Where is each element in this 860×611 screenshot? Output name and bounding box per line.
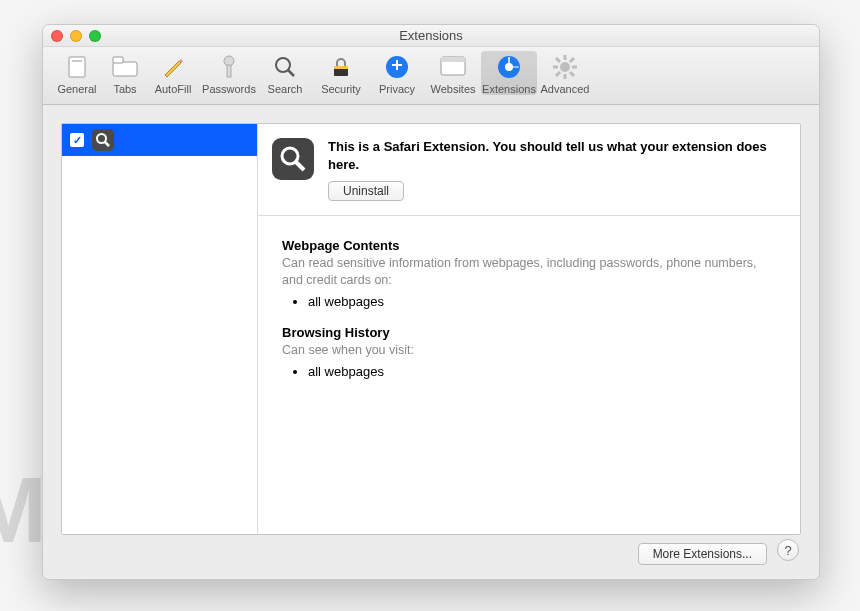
svg-line-27	[105, 142, 109, 146]
tab-security[interactable]: Security	[313, 51, 369, 95]
svg-point-28	[282, 148, 298, 164]
tab-label: Tabs	[105, 83, 145, 95]
extension-row[interactable]: ✓	[62, 124, 257, 156]
tab-search[interactable]: Search	[257, 51, 313, 95]
tab-extensions[interactable]: Extensions	[481, 51, 537, 95]
browsing-history-text: Can see when you visit:	[282, 342, 776, 359]
tab-label: Websites	[425, 83, 481, 95]
tab-label: Security	[313, 83, 369, 95]
browsing-history-heading: Browsing History	[282, 325, 776, 340]
tab-passwords[interactable]: Passwords	[201, 51, 257, 95]
svg-line-29	[296, 162, 304, 170]
preferences-window: Extensions General Tabs AutoFill Passwor…	[42, 24, 820, 580]
tabs-icon	[110, 53, 140, 81]
websites-icon	[438, 53, 468, 81]
permissions-section: Webpage Contents Can read sensitive info…	[258, 216, 800, 417]
svg-rect-1	[72, 60, 82, 62]
extensions-panel: ✓ This is a Safari Extension. You should…	[61, 123, 801, 535]
content-area: ✓ This is a Safari Extension. You should…	[43, 105, 819, 579]
tab-label: General	[49, 83, 105, 95]
tab-label: Passwords	[201, 83, 257, 95]
extensions-list: ✓	[62, 124, 258, 534]
minimize-icon[interactable]	[70, 30, 82, 42]
tab-label: Advanced	[537, 83, 593, 95]
tab-tabs[interactable]: Tabs	[105, 51, 145, 95]
tab-label: Search	[257, 83, 313, 95]
svg-line-22	[556, 58, 560, 62]
more-extensions-button[interactable]: More Extensions...	[638, 543, 767, 565]
close-icon[interactable]	[51, 30, 63, 42]
window-title: Extensions	[399, 28, 463, 43]
zoom-icon[interactable]	[89, 30, 101, 42]
detail-header: This is a Safari Extension. You should t…	[258, 124, 800, 216]
webpage-contents-text: Can read sensitive information from webp…	[282, 255, 776, 289]
lock-icon	[326, 53, 356, 81]
svg-rect-5	[227, 65, 231, 77]
extension-description: This is a Safari Extension. You should t…	[328, 138, 786, 173]
titlebar: Extensions	[43, 25, 819, 47]
svg-rect-9	[334, 66, 348, 69]
tab-general[interactable]: General	[49, 51, 105, 95]
svg-line-7	[288, 70, 294, 76]
svg-point-6	[276, 58, 290, 72]
webpage-contents-item: all webpages	[308, 293, 776, 311]
window-controls	[51, 30, 101, 42]
extension-large-icon	[272, 138, 314, 180]
svg-point-26	[97, 134, 106, 143]
gear-icon	[550, 53, 580, 81]
uninstall-button[interactable]: Uninstall	[328, 181, 404, 201]
tab-label: AutoFill	[145, 83, 201, 95]
window-footer: More Extensions... ?	[638, 535, 799, 565]
svg-line-24	[570, 58, 574, 62]
extension-checkbox[interactable]: ✓	[70, 133, 84, 147]
tab-privacy[interactable]: Privacy	[369, 51, 425, 95]
tab-label: Extensions	[481, 83, 537, 95]
privacy-icon	[382, 53, 412, 81]
tab-label: Privacy	[369, 83, 425, 95]
svg-rect-2	[113, 62, 137, 76]
extension-avatar-icon	[92, 129, 114, 151]
general-icon	[62, 53, 92, 81]
svg-line-25	[556, 72, 560, 76]
autofill-icon	[158, 53, 188, 81]
search-icon	[270, 53, 300, 81]
svg-rect-3	[113, 57, 123, 63]
svg-point-17	[560, 62, 570, 72]
extensions-icon	[494, 53, 524, 81]
browsing-history-item: all webpages	[308, 363, 776, 381]
preferences-toolbar: General Tabs AutoFill Passwords Search	[43, 47, 819, 105]
key-icon	[214, 53, 244, 81]
svg-rect-12	[441, 57, 465, 62]
tab-autofill[interactable]: AutoFill	[145, 51, 201, 95]
svg-line-23	[570, 72, 574, 76]
tab-advanced[interactable]: Advanced	[537, 51, 593, 95]
help-button[interactable]: ?	[777, 539, 799, 561]
extension-detail: This is a Safari Extension. You should t…	[258, 124, 800, 534]
tab-websites[interactable]: Websites	[425, 51, 481, 95]
webpage-contents-heading: Webpage Contents	[282, 238, 776, 253]
